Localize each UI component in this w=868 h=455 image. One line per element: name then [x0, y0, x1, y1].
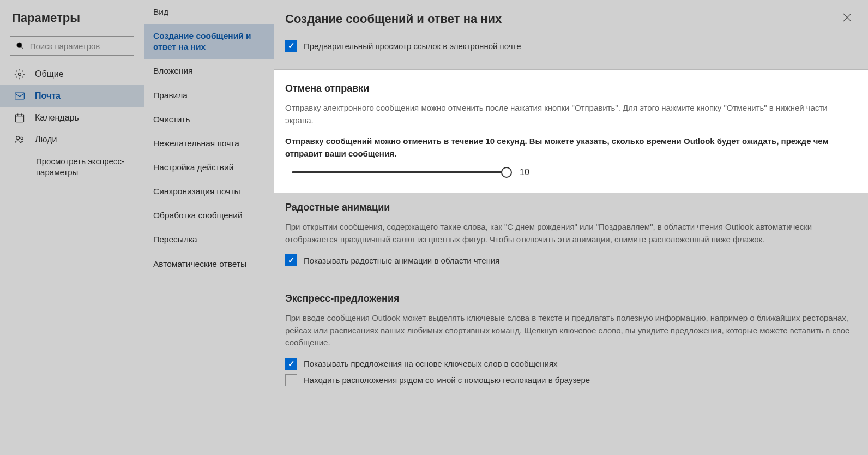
checkbox-suggest-keywords[interactable] [285, 358, 297, 370]
gear-icon [14, 69, 25, 80]
category-general[interactable]: Общие [0, 63, 144, 85]
checkbox-row-link-preview: Предварительный просмотр ссылок в электр… [285, 40, 857, 52]
quick-settings-link[interactable]: Просмотреть экспресс-параметры [0, 151, 144, 183]
subnav-actions[interactable]: Настройка действий [144, 155, 274, 179]
undo-slider-row: 10 [285, 167, 857, 177]
section-joyful-animations: Радостные анимации При открытии сообщени… [285, 193, 857, 284]
calendar-icon [14, 112, 25, 123]
subnav-compose-reply[interactable]: Создание сообщений и ответ на них [144, 24, 274, 59]
settings-search[interactable] [10, 36, 134, 56]
settings-main: Создание сообщений и ответ на них Предва… [274, 0, 868, 455]
svg-point-0 [17, 43, 22, 47]
main-title: Создание сообщений и ответ на них [285, 12, 502, 26]
main-header: Создание сообщений и ответ на них [274, 0, 868, 35]
people-icon [14, 134, 25, 145]
checkbox-label: Находить расположения рядом со мной с по… [304, 375, 590, 385]
category-mail[interactable]: Почта [0, 85, 144, 107]
subnav-rules[interactable]: Правила [144, 83, 274, 107]
checkbox-label: Предварительный просмотр ссылок в электр… [304, 41, 521, 51]
section-link-preview: Предварительный просмотр ссылок в электр… [285, 40, 857, 69]
close-button[interactable] [841, 11, 854, 27]
section-title: Радостные анимации [285, 202, 857, 213]
checkbox-geolocation[interactable] [285, 374, 297, 386]
category-label: Общие [35, 69, 64, 79]
checkbox-joyful-animations[interactable] [285, 254, 297, 266]
subnav-message-handling[interactable]: Обработка сообщений [144, 203, 274, 228]
search-icon [16, 41, 25, 51]
close-icon [843, 13, 852, 22]
checkbox-row-suggest-keywords: Показывать предложения на основе ключевы… [285, 358, 857, 370]
mail-icon [14, 91, 25, 101]
svg-point-8 [16, 136, 20, 140]
checkbox-row-geolocation: Находить расположения рядом со мной с по… [285, 374, 857, 386]
settings-sidebar: Параметры Общие Почта Календарь Люди Про… [0, 0, 144, 455]
subnav-sweep[interactable]: Очистить [144, 107, 274, 131]
undo-slider-value: 10 [520, 167, 529, 177]
subnav-layout[interactable]: Вид [144, 0, 274, 24]
category-label: Люди [35, 135, 57, 145]
svg-rect-3 [15, 93, 25, 99]
section-description: Отправку электронного сообщения можно от… [285, 102, 857, 127]
section-description: При вводе сообщения Outlook может выделя… [285, 312, 857, 349]
subnav-auto-replies[interactable]: Автоматические ответы [144, 252, 274, 276]
checkbox-label: Показывать предложения на основе ключевы… [304, 359, 558, 368]
settings-scroll[interactable]: Предварительный просмотр ссылок в электр… [274, 35, 868, 455]
subnav-sync[interactable]: Синхронизация почты [144, 179, 274, 203]
section-description: При открытии сообщения, содержащего таки… [285, 221, 857, 246]
svg-point-9 [21, 137, 23, 139]
category-people[interactable]: Люди [0, 129, 144, 151]
section-bold-text: Отправку сообщений можно отменить в тече… [285, 135, 857, 160]
undo-slider-thumb[interactable] [501, 167, 512, 178]
mail-subnav: Вид Создание сообщений и ответ на них Вл… [144, 0, 274, 455]
subnav-attachments[interactable]: Вложения [144, 59, 274, 83]
section-title: Экспресс-предложения [285, 293, 857, 304]
settings-title: Параметры [0, 11, 144, 36]
category-calendar[interactable]: Календарь [0, 107, 144, 129]
svg-point-2 [19, 73, 21, 76]
section-suggestions: Экспресс-предложения При вводе сообщения… [285, 284, 857, 404]
subnav-forwarding[interactable]: Пересылка [144, 228, 274, 252]
checkbox-label: Показывать радостные анимации в области … [304, 256, 499, 265]
section-title: Отмена отправки [285, 83, 857, 94]
category-label: Календарь [35, 113, 79, 123]
svg-rect-4 [16, 115, 24, 122]
checkbox-row-joyful: Показывать радостные анимации в области … [285, 254, 857, 266]
category-label: Почта [35, 91, 61, 101]
svg-line-1 [21, 47, 23, 49]
undo-slider[interactable] [292, 171, 507, 173]
settings-search-input[interactable] [30, 41, 128, 51]
subnav-junk[interactable]: Нежелательная почта [144, 131, 274, 155]
section-undo-send: Отмена отправки Отправку электронного со… [274, 69, 868, 193]
checkbox-link-preview[interactable] [285, 40, 297, 52]
